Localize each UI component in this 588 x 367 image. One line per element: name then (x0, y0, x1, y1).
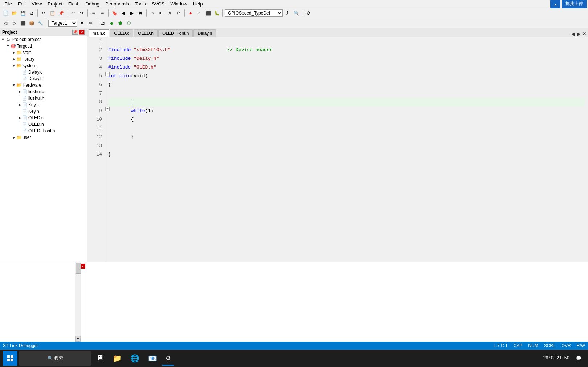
t2-diamond2-btn[interactable]: ⬟ (116, 19, 124, 27)
target-select[interactable]: Target 1 (48, 20, 77, 27)
t2-btn4[interactable]: 📦 (28, 19, 36, 27)
taskbar-app2[interactable]: 📁 (109, 351, 125, 366)
taskbar-keil-app[interactable]: ⚙ (162, 351, 174, 366)
menu-tools[interactable]: Tools (132, 0, 149, 7)
debug-btn[interactable]: 🐛 (213, 9, 221, 17)
tab-close-btn[interactable]: ✕ (582, 31, 587, 37)
tree-item-key-h[interactable]: ▶ 📄 Key.h (0, 108, 87, 115)
menu-peripherals[interactable]: Peripherals (102, 0, 132, 7)
tree-item-key-c[interactable]: ▶ 📄 Key.c (0, 102, 87, 108)
taskbar-start-btn[interactable] (3, 351, 17, 366)
menu-debug[interactable]: Debug (83, 0, 102, 7)
tab-oled-h[interactable]: OLED.h (134, 29, 158, 37)
run-btn[interactable]: ○ (195, 9, 203, 17)
scroll-down-btn[interactable]: ▼ (75, 336, 81, 342)
taskbar-app4[interactable]: 📧 (144, 351, 161, 366)
nav-back-btn[interactable]: ⬅ (90, 9, 98, 17)
upload-button[interactable]: 拖拽上传 (562, 0, 587, 8)
tree-item-oled-c[interactable]: ▶ 📄 OLED.c (0, 115, 87, 121)
bookmark-btn[interactable]: 🔖 (110, 9, 118, 17)
taskbar-notification[interactable]: 💬 (572, 351, 585, 366)
t2-btn1[interactable]: ◁ (1, 19, 9, 27)
scroll-thumb[interactable] (76, 263, 81, 274)
tree-item-user[interactable]: ▶ 📁 user (0, 134, 87, 141)
sidebar-pin-btn[interactable]: 📌 (72, 30, 78, 35)
t2-btn5[interactable]: 🔧 (36, 19, 44, 27)
symbol-dropdown[interactable]: GPIOSpeed_TypeDef (225, 9, 283, 17)
menu-window[interactable]: Window (167, 0, 190, 7)
taskbar-search[interactable]: 🔍 搜索 (19, 351, 91, 366)
tree-item-liushui-c[interactable]: ▶ 📄 liushui.c (0, 88, 87, 95)
bookmark-prev-btn[interactable]: ◀ (119, 9, 127, 17)
uncomment-btn[interactable]: /* (175, 9, 183, 17)
tree-item-target1[interactable]: ▼ 🎯 Target 1 (0, 43, 87, 49)
tree-item-delay-h[interactable]: ▶ 📄 Delay.h (0, 75, 87, 82)
tree-item-liushui-h[interactable]: ▶ 📄 liushui.h (0, 95, 87, 102)
tree-item-library[interactable]: ▶ 📁 library (0, 56, 87, 62)
collapse-5[interactable]: − (105, 72, 110, 76)
taskbar-app1[interactable]: 🖥 (93, 351, 107, 366)
comment-btn[interactable]: // (166, 9, 174, 17)
tab-oled-font-h[interactable]: OLED_Font.h (158, 29, 193, 37)
menu-view[interactable]: View (29, 0, 45, 7)
tab-delay-h[interactable]: Delay.h (193, 29, 216, 37)
tree-item-system[interactable]: ▼ 📂 system (0, 62, 87, 69)
cloud-icon-btn[interactable]: ☁ (550, 0, 560, 8)
code-line-2: #include "Delay.h" (108, 54, 585, 63)
menu-flash[interactable]: Flash (65, 0, 83, 7)
taskbar-app1-icon: 🖥 (97, 354, 104, 363)
build-btn[interactable]: ● (187, 9, 195, 17)
bookmark-clear-btn[interactable]: ✖ (136, 9, 144, 17)
nav-fwd-btn[interactable]: ➡ (98, 9, 106, 17)
t2-diamond-btn[interactable]: ◆ (107, 19, 115, 27)
sidebar-close-btn[interactable]: ✕ (79, 30, 85, 35)
save-btn[interactable]: 💾 (19, 9, 27, 17)
sidebar-header-buttons: 📌 ✕ (72, 30, 85, 35)
t2-manage-btn[interactable]: 🗂 (99, 19, 107, 27)
redo-btn[interactable]: ↪ (78, 9, 86, 17)
tree-item-delay-c[interactable]: ▶ 📄 Delay.c (0, 69, 87, 75)
t2-edit-btn[interactable]: ✏ (87, 19, 95, 27)
undo-btn[interactable]: ↩ (69, 9, 77, 17)
menu-edit[interactable]: Edit (15, 0, 29, 7)
tab-scroll-right-btn[interactable]: ▶ (577, 31, 581, 37)
code-area[interactable]: 1 2 3 4 5 6 7 8 9 10 11 12 13 14 (87, 37, 588, 262)
t2-btn3[interactable]: ⬛ (19, 19, 27, 27)
tree-item-oled-font-h[interactable]: ▶ 📄 OLED_Font.h (0, 128, 87, 134)
tree-item-hardware[interactable]: ▼ 📂 Hardware (0, 82, 87, 88)
sidebar: Project 📌 ✕ ▼ 🗂 Project: project1 ▼ 🎯 Ta (0, 28, 87, 262)
tab-scroll-left-btn[interactable]: ◀ (571, 31, 575, 37)
tab-oled-c[interactable]: OLED.c (110, 29, 133, 37)
tree-item-start[interactable]: ▶ 📁 start (0, 49, 87, 56)
tree-arrow-oled-c: ▶ (17, 116, 22, 120)
symbol-goto-btn[interactable]: ⤴ (283, 9, 291, 17)
t2-target-btn[interactable]: ▼ (78, 19, 86, 27)
tab-main-c[interactable]: main.c (89, 29, 109, 37)
menu-svcs[interactable]: SVCS (149, 0, 167, 7)
menu-help[interactable]: Help (190, 0, 206, 7)
save-all-btn[interactable]: 🗂 (28, 9, 36, 17)
tree-item-project[interactable]: ▼ 🗂 Project: project1 (0, 36, 87, 43)
collapse-9[interactable]: − (105, 107, 110, 111)
paste-btn[interactable]: 📌 (57, 9, 65, 17)
outdent-btn[interactable]: ⇤ (157, 9, 165, 17)
t2-btn2[interactable]: ▷ (10, 19, 18, 27)
bottom-close-btn[interactable]: ✕ (80, 264, 85, 269)
delay-h-icon: 📄 (22, 76, 28, 82)
symbol-search-btn[interactable]: 🔍 (292, 9, 300, 17)
indent-btn[interactable]: ⇥ (148, 9, 156, 17)
settings-btn[interactable]: ⚙ (304, 9, 312, 17)
stop-btn[interactable]: ⬛ (204, 9, 212, 17)
new-file-btn[interactable]: 📄 (1, 9, 9, 17)
tree-item-oled-h[interactable]: ▶ 📄 OLED.h (0, 121, 87, 128)
bookmark-next-btn[interactable]: ▶ (128, 9, 136, 17)
copy-btn[interactable]: 📋 (48, 9, 56, 17)
bottom-scrollbar[interactable]: ▼ (75, 262, 81, 342)
code-content[interactable]: #include "stm32f10x.h" // Device header … (105, 37, 588, 185)
open-file-btn[interactable]: 📂 (10, 9, 18, 17)
menu-project[interactable]: Project (45, 0, 65, 7)
taskbar-app3[interactable]: 🌐 (127, 351, 143, 366)
cut-btn[interactable]: ✂ (40, 9, 48, 17)
menu-file[interactable]: File (1, 0, 15, 7)
t2-diamond3-btn[interactable]: ⬡ (125, 19, 133, 27)
